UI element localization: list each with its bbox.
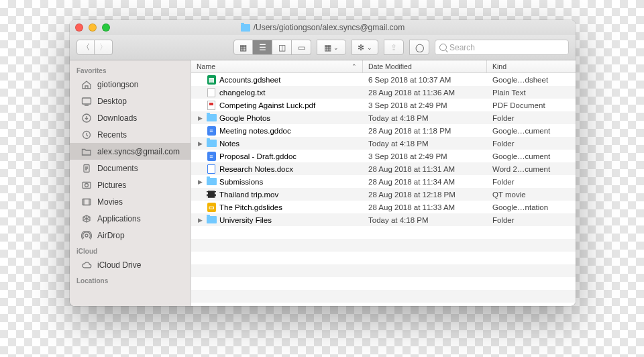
file-kind: Google…ntation	[487, 203, 576, 211]
chevron-right-icon: 〉	[99, 42, 107, 53]
sidebar-item-documents[interactable]: Documents	[70, 160, 191, 176]
file-kind: Google…cument	[487, 152, 576, 160]
gslides-icon: ▭	[206, 202, 217, 212]
toolbar: 〈 〉 ▦ ☰ ◫ ▭ ▦ ⌄ ✻ ⌄ ⇪ ◯ Search	[70, 35, 576, 60]
file-row[interactable]: Competing Against Luck.pdf3 Sep 2018 at …	[191, 99, 576, 111]
forward-button[interactable]: 〉	[95, 40, 113, 55]
finder-window: /Users/giotiongson/alex.syncs@gmail.com …	[70, 20, 576, 306]
file-date: Today at 4:18 PM	[363, 114, 487, 122]
file-kind: QT movie	[487, 191, 576, 199]
list-view-button[interactable]: ☰	[253, 40, 272, 55]
file-row[interactable]: Thailand trip.mov28 Aug 2018 at 12:18 PM…	[191, 188, 576, 201]
column-view-button[interactable]: ◫	[272, 40, 292, 55]
file-name: changelog.txt	[219, 89, 265, 97]
file-date: Today at 4:18 PM	[363, 216, 487, 224]
file-row[interactable]: ▶NotesToday at 4:18 PMFolder	[191, 137, 576, 150]
cloud-icon	[80, 260, 92, 270]
sidebar-section-header: iCloud	[70, 244, 191, 256]
sidebar-item-label: giotiongson	[97, 80, 138, 89]
file-row[interactable]: ▶Submissions28 Aug 2018 at 11:34 AMFolde…	[191, 175, 576, 188]
file-name: University Files	[219, 216, 272, 224]
sidebar-item-applications[interactable]: Applications	[70, 210, 191, 227]
empty-row	[191, 226, 576, 239]
file-kind: PDF Document	[487, 101, 576, 109]
movies-icon	[80, 197, 92, 207]
gsheet-icon: ▤	[206, 74, 217, 85]
sidebar-item-movies[interactable]: Movies	[70, 193, 191, 210]
sidebar-item-alex-syncs-gmail-com[interactable]: alex.syncs@gmail.com	[70, 143, 191, 160]
file-name: Submissions	[219, 178, 263, 186]
arrange-button[interactable]: ▦ ⌄	[317, 40, 346, 55]
sidebar-item-downloads[interactable]: Downloads	[70, 109, 191, 126]
empty-row	[191, 277, 576, 290]
folder-icon	[206, 176, 217, 187]
empty-row	[191, 290, 576, 303]
empty-row	[191, 252, 576, 264]
file-name: Notes	[219, 140, 239, 148]
desktop-icon	[80, 96, 92, 106]
sidebar-item-label: Desktop	[97, 97, 127, 106]
svg-point-7	[85, 234, 88, 237]
txt-icon	[206, 87, 217, 97]
file-kind: Plain Text	[487, 89, 576, 97]
action-button[interactable]: ✻ ⌄	[352, 40, 378, 55]
file-kind: Folder	[487, 216, 576, 224]
minimize-button[interactable]	[89, 23, 97, 32]
file-date: 28 Aug 2018 at 11:34 AM	[363, 178, 487, 186]
file-date: 28 Aug 2018 at 11:31 AM	[363, 165, 487, 173]
search-placeholder: Search	[449, 43, 475, 52]
file-row[interactable]: changelog.txt28 Aug 2018 at 11:36 AMPlai…	[191, 86, 576, 99]
disclosure-triangle-icon[interactable]: ▶	[197, 178, 203, 185]
list-icon: ☰	[259, 43, 266, 52]
sidebar-item-label: Applications	[97, 214, 141, 223]
file-list: Name⌃ Date Modified Kind ▤Accounts.gdshe…	[191, 60, 576, 306]
sidebar-item-giotiongson[interactable]: giotiongson	[70, 76, 191, 93]
sidebar-item-icloud-drive[interactable]: iCloud Drive	[70, 256, 191, 273]
column-name[interactable]: Name⌃	[191, 60, 363, 72]
mov-icon	[206, 189, 217, 199]
disclosure-triangle-icon[interactable]: ▶	[197, 115, 203, 121]
share-button[interactable]: ⇪	[384, 40, 404, 55]
close-button[interactable]	[75, 23, 83, 32]
file-row[interactable]: ▶Google PhotosToday at 4:18 PMFolder	[191, 111, 576, 124]
column-kind[interactable]: Kind	[487, 60, 576, 72]
sidebar-item-label: Documents	[97, 164, 138, 173]
search-input[interactable]: Search	[435, 40, 569, 55]
disclosure-triangle-icon[interactable]: ▶	[197, 140, 203, 147]
column-headers: Name⌃ Date Modified Kind	[191, 60, 576, 73]
home-icon	[80, 79, 92, 89]
sidebar-item-recents[interactable]: Recents	[70, 126, 191, 143]
sidebar-section-header: Favorites	[70, 63, 191, 76]
tags-button[interactable]: ◯	[409, 40, 429, 55]
file-row[interactable]: ≡Proposal - Draft.gddoc3 Sep 2018 at 2:4…	[191, 150, 576, 162]
chevron-down-icon: ⌄	[333, 44, 339, 51]
sidebar-item-airdrop[interactable]: AirDrop	[70, 227, 191, 244]
sidebar-item-pictures[interactable]: Pictures	[70, 176, 191, 193]
file-date: 3 Sep 2018 at 2:49 PM	[363, 101, 487, 109]
sidebar-item-desktop[interactable]: Desktop	[70, 93, 191, 109]
sidebar-item-label: iCloud Drive	[97, 260, 141, 270]
file-date: 28 Aug 2018 at 12:18 PM	[363, 191, 487, 199]
file-name: The Pitch.gdslides	[219, 203, 282, 211]
airdrop-icon	[80, 230, 92, 240]
columns-icon: ◫	[278, 43, 286, 52]
file-row[interactable]: ▤Accounts.gdsheet6 Sep 2018 at 10:37 AMG…	[191, 73, 576, 86]
gear-icon: ✻	[358, 43, 364, 52]
file-name: Google Photos	[219, 114, 270, 122]
gallery-view-button[interactable]: ▭	[292, 40, 311, 55]
file-kind: Word 2…cument	[487, 165, 576, 173]
grid-icon: ▦	[239, 43, 247, 52]
column-date[interactable]: Date Modified	[363, 60, 487, 72]
file-row[interactable]: ▭The Pitch.gdslides28 Aug 2018 at 11:33 …	[191, 201, 576, 213]
zoom-button[interactable]	[102, 23, 110, 32]
icon-view-button[interactable]: ▦	[233, 40, 253, 55]
back-button[interactable]: 〈	[76, 40, 95, 55]
file-row[interactable]: ▶University FilesToday at 4:18 PMFolder	[191, 213, 576, 226]
traffic-lights	[75, 23, 110, 32]
file-row[interactable]: Research Notes.docx28 Aug 2018 at 11:31 …	[191, 162, 576, 175]
pdf-icon	[206, 100, 217, 110]
titlebar: /Users/giotiongson/alex.syncs@gmail.com	[70, 20, 576, 35]
file-row[interactable]: ≡Meeting notes.gddoc28 Aug 2018 at 1:18 …	[191, 124, 576, 137]
pictures-icon	[80, 180, 92, 190]
disclosure-triangle-icon[interactable]: ▶	[197, 217, 203, 223]
